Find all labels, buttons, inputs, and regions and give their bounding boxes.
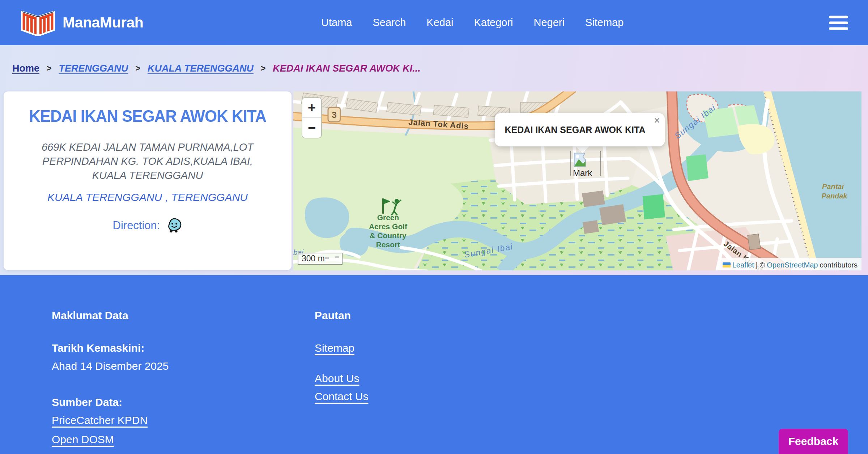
- nav-kategori[interactable]: Kategori: [474, 17, 513, 29]
- broken-image-icon: [573, 152, 589, 168]
- direction-row: Direction:: [4, 218, 292, 233]
- footer-links-column: Pautan Sitemap About Us Contact Us: [315, 309, 368, 408]
- main-content: KEDAI IKAN SEGAR AWOK KITA 669K KEDAI JA…: [0, 91, 868, 270]
- breadcrumb-separator: >: [259, 64, 267, 73]
- hamburger-menu-icon[interactable]: [829, 16, 848, 30]
- nav-sitemap[interactable]: Sitemap: [585, 17, 624, 29]
- ukraine-flag-icon: [723, 262, 731, 267]
- city-link[interactable]: KUALA TERENGGANU: [47, 191, 162, 203]
- breadcrumb-current: KEDAI IKAN SEGAR AWOK KI...: [273, 63, 421, 74]
- footer-data-heading: Maklumat Data: [52, 309, 169, 322]
- manamurah-logo-icon: [20, 9, 56, 36]
- map-scale: 300 m: [298, 253, 342, 265]
- breadcrumb-home[interactable]: Home: [12, 63, 39, 74]
- footer: Maklumat Data Tarikh Kemaskini: Ahad 14 …: [0, 275, 868, 454]
- footer-contact-link[interactable]: Contact Us: [315, 390, 368, 403]
- attribution-separator: | ©: [756, 261, 765, 269]
- header: ManaMurah Utama Search Kedai Kategori Ne…: [0, 0, 868, 45]
- brand-name: ManaMurah: [63, 14, 143, 31]
- svg-text:Green: Green: [377, 213, 399, 222]
- map-zoom-control: + −: [302, 97, 322, 138]
- breadcrumb-separator: >: [45, 64, 53, 73]
- updated-value: Ahad 14 Disember 2025: [52, 360, 169, 372]
- osm-link[interactable]: OpenStreetMap: [767, 261, 818, 269]
- leaflet-map[interactable]: 3 Jalan Tok Adis Jalan Kuantan Green: [293, 91, 861, 270]
- opendosm-link[interactable]: Open DOSM: [52, 433, 169, 446]
- nav-utama[interactable]: Utama: [321, 17, 352, 29]
- breadcrumb: Home > TERENGGANU > KUALA TERENGGANU > K…: [0, 45, 868, 91]
- source-label: Sumber Data:: [52, 396, 169, 408]
- footer-data-column: Maklumat Data Tarikh Kemaskini: Ahad 14 …: [52, 309, 169, 453]
- footer-links-heading: Pautan: [315, 309, 368, 322]
- main-nav: Utama Search Kedai Kategori Negeri Sitem…: [321, 0, 624, 45]
- footer-about-link[interactable]: About Us: [315, 372, 368, 385]
- map-popup: KEDAI IKAN SEGAR AWOK KITA ×: [495, 113, 665, 146]
- nav-negeri[interactable]: Negeri: [534, 17, 565, 29]
- state-link[interactable]: TERENGGANU: [171, 191, 248, 203]
- feedback-button[interactable]: Feedback: [779, 429, 848, 454]
- popup-close-icon[interactable]: ×: [654, 115, 660, 126]
- pricecatcher-link[interactable]: PriceCatcher KPDN: [52, 414, 169, 427]
- store-address: 669K KEDAI JALAN TAMAN PURNAMA,LOT PERPI…: [26, 140, 269, 183]
- updated-label: Tarikh Kemaskini:: [52, 342, 169, 354]
- store-region: KUALA TERENGGANU , TERENGGANU: [4, 191, 292, 204]
- svg-text:Resort: Resort: [376, 240, 400, 249]
- map-attribution: Leaflet | © OpenStreetMap contributors: [719, 258, 861, 270]
- map-marker[interactable]: Mark: [570, 151, 601, 176]
- store-title: KEDAI IKAN SEGAR AWOK KITA: [14, 106, 281, 126]
- region-separator: ,: [162, 191, 171, 203]
- svg-text:Acres Golf: Acres Golf: [369, 222, 408, 231]
- waze-icon[interactable]: [165, 218, 182, 233]
- zoom-out-button[interactable]: −: [302, 118, 321, 138]
- zoom-in-button[interactable]: +: [302, 98, 321, 118]
- nav-kedai[interactable]: Kedai: [426, 17, 453, 29]
- marker-alt-text: Mark: [573, 168, 600, 178]
- route-badge-label: 3: [332, 110, 336, 120]
- brand-logo[interactable]: ManaMurah: [20, 9, 143, 36]
- breadcrumb-district[interactable]: KUALA TERENGGANU: [148, 63, 254, 74]
- svg-text:& Country: & Country: [370, 231, 407, 240]
- store-card: KEDAI IKAN SEGAR AWOK KITA 669K KEDAI JA…: [4, 91, 292, 270]
- nav-search[interactable]: Search: [373, 17, 406, 29]
- breadcrumb-separator: >: [134, 64, 141, 73]
- direction-label: Direction:: [113, 219, 160, 232]
- breadcrumb-state[interactable]: TERENGGANU: [59, 63, 128, 74]
- page: ManaMurah Utama Search Kedai Kategori Ne…: [0, 0, 868, 454]
- leaflet-link[interactable]: Leaflet: [732, 261, 754, 269]
- svg-text:Pantai: Pantai: [822, 183, 844, 190]
- footer-sitemap-link[interactable]: Sitemap: [315, 342, 368, 354]
- popup-title: KEDAI IKAN SEGAR AWOK KITA: [505, 125, 655, 135]
- svg-text:Pandak: Pandak: [821, 192, 847, 200]
- attribution-suffix: contributors: [820, 261, 858, 269]
